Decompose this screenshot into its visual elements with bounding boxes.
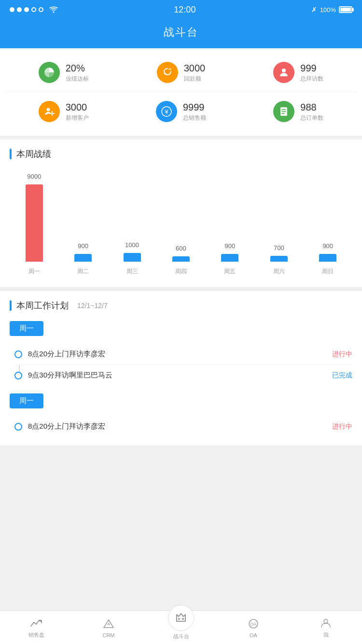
- battle-label: 战斗台: [173, 633, 189, 640]
- bar-4: [221, 254, 238, 262]
- repayment-info: 3000 回款额: [184, 62, 206, 83]
- bar-label-3: 600: [176, 245, 186, 252]
- sales-icon: [29, 616, 43, 630]
- timeline-dot-2: [14, 372, 22, 379]
- plan-item-2-text: 9点30分拜访啊里巴巴马云: [28, 371, 112, 380]
- day-label-0: 周一: [28, 267, 40, 276]
- signal-dot-3: [24, 7, 29, 12]
- bar-5: [270, 256, 288, 262]
- plan-item-3-text: 8点20分上门拜访李彦宏: [28, 422, 105, 431]
- plan-title: 本周工作计划: [16, 300, 69, 311]
- crm-label: CRM: [102, 632, 114, 638]
- nav-item-crm[interactable]: CRM: [72, 617, 145, 638]
- chart-col-0: 9000周一: [10, 184, 58, 276]
- bar-3: [172, 256, 190, 262]
- plan-item-2-status: 已完成: [332, 371, 352, 380]
- bar-6: [319, 254, 336, 262]
- bar-2: [124, 253, 141, 262]
- achievement-icon: [39, 62, 60, 83]
- total-sales-icon: ¥: [156, 101, 177, 122]
- plan-item-1[interactable]: 8点20分上门拜访李彦宏 进行中: [14, 344, 352, 365]
- bar-1: [74, 254, 92, 262]
- achievement-label: 业绩达标: [66, 75, 89, 83]
- total-sales-info: 9999 总销售额: [183, 101, 206, 122]
- bar-label-0: 9000: [27, 173, 41, 180]
- bluetooth-icon: ✗: [311, 6, 317, 14]
- stats-row-1: 20% 业绩达标 3000 回款额: [5, 57, 357, 88]
- signal-dot-4: [31, 7, 36, 12]
- total-sales-value: 9999: [183, 101, 206, 113]
- signal-indicator: [10, 6, 58, 13]
- chart-col-2: 1000周三: [108, 253, 156, 276]
- page-title: 战斗台: [0, 25, 362, 40]
- stats-row-2: 3000 新增客户 ¥ 9999 总销售额: [5, 92, 357, 127]
- stat-total-orders[interactable]: 988 总订单数: [240, 101, 357, 122]
- visits-label: 总拜访数: [300, 75, 323, 83]
- stat-achievement[interactable]: 20% 业绩达标: [5, 62, 122, 83]
- chart-title: 本周战绩: [16, 148, 51, 160]
- plan-section-title: 本周工作计划 12/1~12/7: [10, 300, 352, 311]
- oa-icon: OA: [247, 617, 260, 630]
- status-right: ✗ 100%: [311, 6, 352, 14]
- oa-label: OA: [250, 632, 257, 638]
- crm-icon: [102, 617, 115, 630]
- bar-chart: 9000周一900周二1000周三600周四900周五700周六900周日: [10, 169, 352, 276]
- stat-new-customers[interactable]: 3000 新增客户: [5, 101, 122, 122]
- signal-dot-5: [39, 7, 43, 12]
- chart-col-3: 600周四: [156, 256, 205, 276]
- new-customers-label: 新增客户: [66, 114, 89, 122]
- nav-item-battle[interactable]: 战斗台: [145, 615, 217, 640]
- achievement-info: 20% 业绩达标: [66, 62, 89, 83]
- svg-point-2: [282, 69, 286, 72]
- timeline-dot-1: [14, 350, 22, 358]
- repayment-icon: [157, 62, 178, 83]
- weekly-chart-section: 本周战绩 9000周一900周二1000周三600周四900周五700周六900…: [0, 140, 362, 287]
- svg-point-16: [324, 619, 328, 623]
- plan-item-3-left: 8点20分上门拜访李彦宏: [14, 422, 332, 431]
- day-label-5: 周六: [273, 267, 285, 276]
- chart-col-6: 900周日: [304, 254, 352, 276]
- timeline-dot-3: [14, 423, 22, 431]
- me-label: 我: [323, 631, 329, 639]
- svg-point-13: [182, 618, 184, 620]
- visits-info: 999 总拜访数: [300, 62, 323, 83]
- battery-percent: 100%: [320, 6, 336, 14]
- nav-item-sales[interactable]: 销售盘: [0, 616, 72, 639]
- stat-repayment[interactable]: 3000 回款额: [122, 62, 239, 83]
- day-label-2: 周三: [126, 267, 138, 276]
- work-plan-section: 本周工作计划 12/1~12/7 周一 8点20分上门拜访李彦宏 进行中: [0, 291, 362, 446]
- wifi-icon: [49, 6, 58, 13]
- new-customers-value: 3000: [66, 101, 89, 113]
- status-time: 12:00: [174, 5, 195, 15]
- page-header: 战斗台: [0, 19, 362, 48]
- plan-item-1-left: 8点20分上门拜访李彦宏: [14, 350, 332, 359]
- svg-point-12: [178, 618, 180, 620]
- day-label-6: 周日: [322, 267, 334, 276]
- battery-icon: [339, 6, 352, 13]
- repayment-value: 3000: [184, 62, 206, 74]
- svg-point-0: [53, 12, 55, 13]
- plan-item-3[interactable]: 8点20分上门拜访李彦宏 进行中: [14, 416, 352, 437]
- new-customers-info: 3000 新增客户: [66, 101, 89, 122]
- plan-item-1-text: 8点20分上门拜访李彦宏: [28, 350, 105, 359]
- bottom-navigation: 销售盘 CRM 战斗台 OA: [0, 610, 362, 644]
- nav-item-me[interactable]: 我: [290, 616, 362, 639]
- battle-center-button[interactable]: [168, 605, 194, 631]
- svg-point-3: [46, 108, 50, 112]
- stat-visits[interactable]: 999 总拜访数: [240, 62, 357, 83]
- chart-col-1: 900周二: [58, 254, 107, 276]
- visits-icon: [273, 62, 294, 83]
- svg-text:OA: OA: [250, 622, 256, 627]
- total-sales-label: 总销售额: [183, 114, 206, 122]
- chart-col-4: 900周五: [206, 254, 254, 276]
- stat-total-sales[interactable]: ¥ 9999 总销售额: [122, 101, 239, 122]
- chart-section-title: 本周战绩: [10, 148, 352, 160]
- nav-item-oa[interactable]: OA OA: [217, 617, 290, 638]
- achievement-value: 20%: [66, 62, 89, 74]
- total-orders-icon: [273, 101, 294, 122]
- plan-item-2[interactable]: 9点30分拜访啊里巴巴马云 已完成: [14, 365, 352, 386]
- plan-title-bar: [10, 300, 12, 311]
- repayment-label: 回款额: [184, 75, 206, 83]
- plan-item-2-left: 9点30分拜访啊里巴巴马云: [14, 371, 332, 380]
- bar-label-1: 900: [78, 242, 88, 250]
